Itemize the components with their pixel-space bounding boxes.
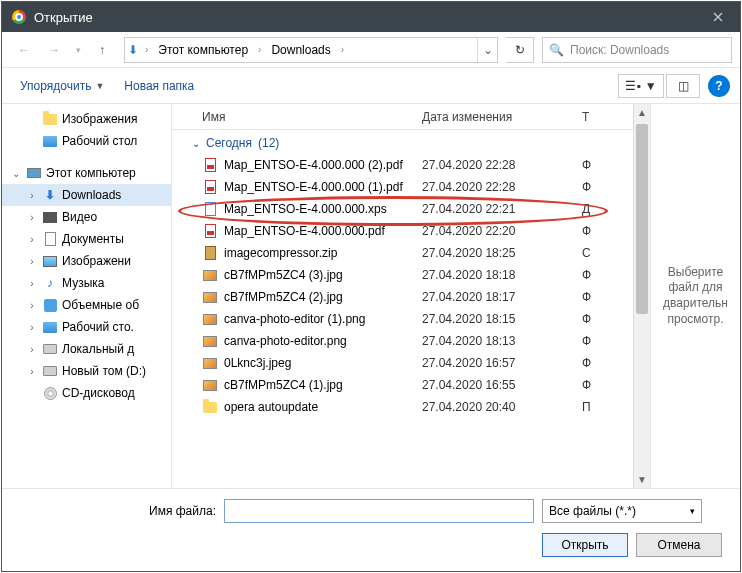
- file-row[interactable]: cB7fMPm5ZC4 (2).jpg27.04.2020 18:17Ф: [172, 286, 633, 308]
- file-type: С: [582, 246, 612, 260]
- organize-button[interactable]: Упорядочить ▼: [12, 75, 112, 97]
- file-date: 27.04.2020 18:17: [422, 290, 582, 304]
- file-row[interactable]: cB7fMPm5ZC4 (3).jpg27.04.2020 18:18Ф: [172, 264, 633, 286]
- col-name[interactable]: Имя: [172, 110, 422, 124]
- chevron-icon: ›: [141, 44, 152, 55]
- file-type: Ф: [582, 158, 612, 172]
- new-folder-button[interactable]: Новая папка: [116, 75, 202, 97]
- file-date: 27.04.2020 22:20: [422, 224, 582, 238]
- tree-downloads[interactable]: ›⬇Downloads: [2, 184, 171, 206]
- scroll-down-arrow[interactable]: ▼: [634, 471, 650, 488]
- col-type[interactable]: Т: [582, 110, 612, 124]
- file-date: 27.04.2020 16:57: [422, 356, 582, 370]
- tree-desktop2[interactable]: ›Рабочий сто.: [2, 316, 171, 338]
- file-row[interactable]: Map_ENTSO-E-4.000.000 (1).pdf27.04.2020 …: [172, 176, 633, 198]
- file-name: Map_ENTSO-E-4.000.000.pdf: [224, 224, 385, 238]
- up-button[interactable]: ↑: [88, 37, 116, 63]
- chevron-icon: ›: [254, 44, 265, 55]
- file-list-pane: Имя Дата изменения Т ⌄ Сегодня (12) Map_…: [172, 104, 633, 488]
- back-button[interactable]: ←: [10, 37, 38, 63]
- preview-pane: Выберите файл для дварительн просмотр.: [650, 104, 740, 488]
- refresh-button[interactable]: ↻: [506, 37, 534, 63]
- down-arrow-icon: ⬇: [125, 42, 141, 58]
- file-date: 27.04.2020 22:28: [422, 180, 582, 194]
- scroll-up-arrow[interactable]: ▲: [634, 104, 650, 121]
- file-open-dialog: Открытие ← → ▾ ↑ ⬇ › Этот компьютер › Do…: [1, 1, 741, 572]
- file-row[interactable]: Map_ENTSO-E-4.000.000.xps27.04.2020 22:2…: [172, 198, 633, 220]
- file-row[interactable]: 0Lknc3j.jpeg27.04.2020 16:57Ф: [172, 352, 633, 374]
- file-row[interactable]: Map_ENTSO-E-4.000.000 (2).pdf27.04.2020 …: [172, 154, 633, 176]
- file-name: Map_ENTSO-E-4.000.000 (1).pdf: [224, 180, 403, 194]
- preview-icon: ◫: [678, 79, 689, 93]
- col-date[interactable]: Дата изменения: [422, 110, 582, 124]
- file-date: 27.04.2020 18:15: [422, 312, 582, 326]
- chevron-down-icon: ▼: [645, 79, 657, 93]
- tree-desktop[interactable]: Рабочий стол: [2, 130, 171, 152]
- open-button[interactable]: Открыть: [542, 533, 628, 557]
- music-icon: ♪: [42, 275, 58, 291]
- file-row[interactable]: opera autoupdate27.04.2020 20:40П: [172, 396, 633, 418]
- tree-local-c[interactable]: ›Локальный д: [2, 338, 171, 360]
- view-mode-button[interactable]: ☰▪ ▼: [618, 74, 664, 98]
- search-icon: 🔍: [549, 43, 564, 57]
- file-name: cB7fMPm5ZC4 (3).jpg: [224, 268, 343, 282]
- preview-pane-button[interactable]: ◫: [666, 74, 700, 98]
- tree-local-d[interactable]: ›Новый том (D:): [2, 360, 171, 382]
- forward-button[interactable]: →: [40, 37, 68, 63]
- tree-music[interactable]: ›♪Музыка: [2, 272, 171, 294]
- file-row[interactable]: Map_ENTSO-E-4.000.000.pdf27.04.2020 22:2…: [172, 220, 633, 242]
- file-type: Ф: [582, 334, 612, 348]
- nav-tree: Изображения Рабочий стол ⌄Этот компьютер…: [2, 104, 172, 488]
- search-placeholder: Поиск: Downloads: [570, 43, 669, 57]
- recent-dropdown[interactable]: ▾: [70, 37, 86, 63]
- scroll-thumb[interactable]: [636, 124, 648, 314]
- tree-cd[interactable]: CD-дисковод: [2, 382, 171, 404]
- file-type: Ф: [582, 290, 612, 304]
- preview-hint: Выберите файл для дварительн просмотр.: [655, 265, 736, 327]
- filetype-filter[interactable]: Все файлы (*.*) ▾: [542, 499, 702, 523]
- file-date: 27.04.2020 18:13: [422, 334, 582, 348]
- file-row[interactable]: canva-photo-editor.png27.04.2020 18:13Ф: [172, 330, 633, 352]
- filename-input[interactable]: [224, 499, 534, 523]
- tree-this-pc[interactable]: ⌄Этот компьютер: [2, 162, 171, 184]
- search-box[interactable]: 🔍 Поиск: Downloads: [542, 37, 732, 63]
- file-date: 27.04.2020 18:25: [422, 246, 582, 260]
- chevron-down-icon: ▼: [95, 81, 104, 91]
- file-type: Ф: [582, 268, 612, 282]
- organize-label: Упорядочить: [20, 79, 91, 93]
- vertical-scrollbar[interactable]: ▲ ▼: [633, 104, 650, 488]
- nav-bar: ← → ▾ ↑ ⬇ › Этот компьютер › Downloads ›…: [2, 32, 740, 68]
- new-folder-label: Новая папка: [124, 79, 194, 93]
- crumb-folder[interactable]: Downloads: [265, 38, 336, 62]
- close-button[interactable]: [695, 2, 740, 32]
- breadcrumb-dropdown[interactable]: ⌄: [477, 38, 497, 62]
- cancel-button[interactable]: Отмена: [636, 533, 722, 557]
- download-icon: ⬇: [42, 187, 58, 203]
- help-button[interactable]: ?: [708, 75, 730, 97]
- tree-pictures[interactable]: Изображения: [2, 108, 171, 130]
- chevron-icon: ›: [337, 44, 348, 55]
- chevron-down-icon: ⌄: [192, 138, 200, 149]
- group-today[interactable]: ⌄ Сегодня (12): [172, 130, 633, 154]
- expand-icon[interactable]: ›: [26, 190, 38, 201]
- tree-documents[interactable]: ›Документы: [2, 228, 171, 250]
- file-row[interactable]: imagecompressor.zip27.04.2020 18:25С: [172, 242, 633, 264]
- file-name: canva-photo-editor.png: [224, 334, 347, 348]
- file-row[interactable]: canva-photo-editor (1).png27.04.2020 18:…: [172, 308, 633, 330]
- file-type: Ф: [582, 356, 612, 370]
- titlebar: Открытие: [2, 2, 740, 32]
- collapse-icon[interactable]: ⌄: [10, 168, 22, 179]
- tree-images[interactable]: ›Изображени: [2, 250, 171, 272]
- file-type: Д: [582, 202, 612, 216]
- file-row[interactable]: cB7fMPm5ZC4 (1).jpg27.04.2020 16:55Ф: [172, 374, 633, 396]
- file-date: 27.04.2020 20:40: [422, 400, 582, 414]
- file-date: 27.04.2020 16:55: [422, 378, 582, 392]
- tree-video[interactable]: ›Видео: [2, 206, 171, 228]
- breadcrumb[interactable]: ⬇ › Этот компьютер › Downloads › ⌄: [124, 37, 498, 63]
- file-name: cB7fMPm5ZC4 (2).jpg: [224, 290, 343, 304]
- file-name: canva-photo-editor (1).png: [224, 312, 365, 326]
- file-date: 27.04.2020 22:28: [422, 158, 582, 172]
- tree-3d[interactable]: ›Объемные об: [2, 294, 171, 316]
- file-name: opera autoupdate: [224, 400, 318, 414]
- crumb-pc[interactable]: Этот компьютер: [152, 38, 254, 62]
